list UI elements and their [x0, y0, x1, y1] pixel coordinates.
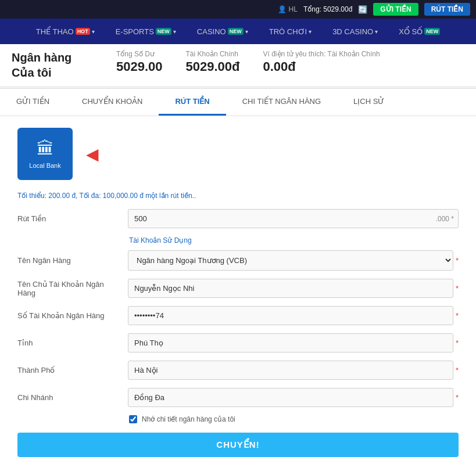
- vi-dien-tu-label: Ví điện tử yêu thích: Tài Khoản Chính: [263, 50, 380, 58]
- rut-tien-input[interactable]: [128, 209, 459, 228]
- required-star-tinh: *: [456, 339, 459, 347]
- balance-display: Tổng: 5029.00đ: [303, 5, 352, 13]
- nav-badge-new-xoso: NEW: [424, 28, 440, 35]
- arrow-indicator: ◀: [81, 128, 99, 180]
- nav-bar: THỂ THAO HOT ▾ E-SPORTS NEW ▾ CASINO NEW…: [0, 19, 476, 44]
- chevron-down-icon-3: ▾: [245, 28, 248, 35]
- remember-checkbox[interactable]: [129, 415, 137, 423]
- tinh-label: Tỉnh: [17, 339, 122, 347]
- nav-item-3d-casino[interactable]: 3D CASINO ▾: [322, 19, 388, 44]
- nav-badge-hot: HOT: [76, 28, 90, 35]
- rut-tien-label: Rút Tiền: [17, 214, 122, 223]
- chevron-down-icon-2: ▾: [173, 28, 176, 35]
- required-star-ngan-hang: *: [456, 256, 459, 265]
- rut-tien-row: Rút Tiền .000 *: [17, 209, 459, 228]
- thanh-pho-label: Thành Phố: [17, 366, 122, 375]
- vi-dien-tu-value: 0.00đ: [263, 59, 296, 74]
- so-tk-label: Số Tài Khoản Ngân Hàng: [17, 311, 122, 320]
- ten-ngan-hang-row: Tên Ngân Hàng Ngân hàng Ngoại Thương (VC…: [17, 250, 459, 271]
- chi-nhanh-row: Chi Nhánh *: [17, 388, 459, 407]
- main-content: 🏛 Local Bank ◀ Tối thiểu: 200.00 đ, Tối …: [0, 116, 476, 457]
- required-star-thanh-pho: *: [456, 366, 459, 375]
- chi-nhanh-label: Chi Nhánh: [17, 393, 122, 402]
- vi-dien-tu-block: Ví điện tử yêu thích: Tài Khoản Chính 0.…: [263, 50, 380, 74]
- nav-item-casino[interactable]: CASINO NEW ▾: [187, 19, 259, 44]
- chevron-down-icon: ▾: [92, 28, 95, 35]
- rut-tien-suffix: .000 *: [436, 215, 454, 223]
- ten-chu-label: Tên Chủ Tài Khoản Ngân Hàng: [17, 280, 122, 297]
- thanh-pho-row: Thành Phố *: [17, 361, 459, 380]
- ten-chu-wrap: *: [128, 279, 459, 298]
- nav-label-tro-choi: TRÒ CHƠI: [269, 27, 307, 36]
- tai-khoan-su-dung-link[interactable]: Tài Khoản Sử Dụng: [129, 236, 459, 244]
- nav-label-casino: CASINO: [197, 27, 226, 36]
- rut-tien-input-wrap: .000 *: [128, 209, 459, 228]
- chevron-down-icon-5: ▾: [375, 28, 378, 35]
- chi-nhanh-wrap: *: [128, 388, 459, 407]
- user-info: 👤 HL: [278, 5, 298, 13]
- bank-cards-section: 🏛 Local Bank ◀: [17, 128, 459, 180]
- account-summary: Ngân hàng Của tôi Tổng Số Dư 5029.00 Tài…: [0, 44, 476, 86]
- nav-item-the-thao[interactable]: THỂ THAO HOT ▾: [26, 19, 105, 44]
- tab-lich-su[interactable]: LỊCH SỬ: [337, 89, 400, 116]
- ten-chu-row: Tên Chủ Tài Khoản Ngân Hàng *: [17, 279, 459, 298]
- bank-icon: 🏛: [37, 139, 54, 159]
- user-icon: 👤: [278, 5, 287, 13]
- username: HL: [289, 5, 298, 13]
- tai-khoan-chinh-block: Tài Khoản Chính 5029.00đ: [186, 50, 240, 74]
- refresh-icon[interactable]: 🔄: [358, 5, 367, 14]
- chi-nhanh-input[interactable]: [128, 388, 453, 407]
- ten-ngan-hang-wrap: Ngân hàng Ngoại Thương (VCB) *: [128, 250, 459, 271]
- nav-label-3d-casino: 3D CASINO: [332, 27, 373, 36]
- gui-tien-top-button[interactable]: GỬI TIỀN: [373, 3, 418, 16]
- tinh-wrap: *: [128, 333, 459, 352]
- tinh-row: Tỉnh *: [17, 333, 459, 352]
- thanh-pho-input[interactable]: [128, 361, 453, 380]
- info-text: Tối thiểu: 200.00 đ, Tối đa: 100,000.00 …: [17, 192, 459, 200]
- nav-label-xo-so: XỔ SỐ: [399, 27, 423, 36]
- tab-chi-tiet-ngan-hang[interactable]: CHI TIẾT NGÂN HÀNG: [226, 89, 337, 116]
- tab-rut-tien[interactable]: RÚT TIỀN: [159, 89, 226, 116]
- thanh-pho-wrap: *: [128, 361, 459, 380]
- tong-so-du-label: Tổng Số Dư: [116, 50, 155, 58]
- nav-label-esports: E-SPORTS: [116, 27, 154, 36]
- so-tk-row: Số Tài Khoản Ngân Hàng *: [17, 306, 459, 325]
- remember-checkbox-row: Nhớ chi tiết ngân hàng của tôi: [129, 415, 459, 423]
- chevron-down-icon-4: ▾: [309, 28, 312, 35]
- rut-tien-top-button[interactable]: RÚT TIỀN: [424, 3, 470, 16]
- required-star-so-tk: *: [456, 311, 459, 320]
- left-arrow-icon: ◀: [86, 145, 99, 164]
- withdrawal-form: Rút Tiền .000 * Tài Khoản Sử Dụng Tên Ng…: [17, 209, 459, 457]
- required-star-ten-chu: *: [456, 284, 459, 293]
- submit-button[interactable]: CHUYỂN!: [17, 433, 459, 457]
- so-tk-wrap: *: [128, 306, 459, 325]
- tai-khoan-chinh-value: 5029.00đ: [186, 59, 240, 74]
- tong-so-du-block: Tổng Số Dư 5029.00: [116, 50, 163, 74]
- tong-so-du-value: 5029.00: [116, 59, 163, 74]
- required-star-chi-nhanh: *: [456, 393, 459, 402]
- tab-chuyen-khoan[interactable]: CHUYỂN KHOẢN: [66, 89, 159, 116]
- remember-label: Nhớ chi tiết ngân hàng của tôi: [142, 415, 235, 423]
- top-bar: 👤 HL Tổng: 5029.00đ 🔄 GỬI TIỀN RÚT TIỀN: [0, 0, 476, 19]
- tabs-bar: GỬI TIỀN CHUYỂN KHOẢN RÚT TIỀN CHI TIẾT …: [0, 88, 476, 116]
- tab-gui-tien[interactable]: GỬI TIỀN: [0, 89, 66, 116]
- page-title: Ngân hàng Của tôi: [12, 50, 93, 80]
- tai-khoan-chinh-label: Tài Khoản Chính: [186, 50, 238, 58]
- nav-item-esports[interactable]: E-SPORTS NEW ▾: [105, 19, 187, 44]
- nav-item-tro-choi[interactable]: TRÒ CHƠI ▾: [259, 19, 322, 44]
- so-tk-input[interactable]: [128, 306, 453, 325]
- ten-ngan-hang-select[interactable]: Ngân hàng Ngoại Thương (VCB): [128, 250, 453, 271]
- local-bank-card[interactable]: 🏛 Local Bank: [17, 128, 73, 180]
- bank-card-label: Local Bank: [29, 162, 60, 169]
- ten-chu-input[interactable]: [128, 279, 453, 298]
- nav-badge-new-esports: NEW: [156, 28, 171, 35]
- nav-label-the-thao: THỂ THAO: [36, 27, 74, 36]
- nav-badge-new-casino: NEW: [228, 28, 244, 35]
- nav-item-xo-so[interactable]: XỔ SỐ NEW: [388, 19, 450, 44]
- ten-ngan-hang-label: Tên Ngân Hàng: [17, 256, 122, 265]
- tinh-input[interactable]: [128, 333, 453, 352]
